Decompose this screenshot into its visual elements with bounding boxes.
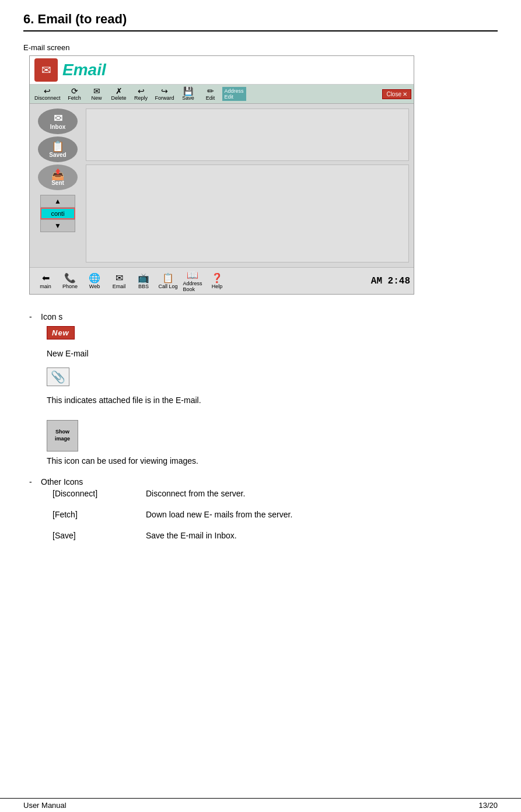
scroll-down-button[interactable]: ▼ — [40, 219, 75, 232]
address-edit-label: AddressEdit — [225, 88, 244, 100]
address-edit-button[interactable]: AddressEdit — [222, 87, 246, 101]
email-toolbar: ↩ Disconnect ⟳ Fetch ✉ New ✗ Delete ↩ Re… — [30, 85, 414, 104]
sent-icon: 📤 — [51, 169, 64, 180]
footer-right: 13/20 — [478, 801, 498, 810]
disconnect-label: Disconnect — [34, 95, 61, 101]
sent-label: Sent — [51, 180, 64, 186]
footer-left: User Manual — [23, 801, 67, 810]
conti-label[interactable]: conti — [40, 208, 75, 219]
nav-help[interactable]: ❓ Help — [205, 272, 229, 289]
inbox-button[interactable]: ✉ Inbox — [38, 108, 78, 134]
reply-label: Reply — [134, 95, 148, 101]
content-section: - Icon s New New E-mail 📎 This indicates… — [23, 312, 498, 540]
new-email-icon: New — [47, 326, 75, 340]
scroll-up-button[interactable]: ▲ — [40, 195, 75, 208]
save-desc: Save the E-mail in Inbox. — [146, 531, 237, 540]
close-label: Close — [386, 91, 401, 97]
other-icons-section: - Other Icons — [29, 477, 498, 487]
email-sidebar: ✉ Inbox 📋 Saved 📤 Sent ▲ conti ▼ — [34, 108, 81, 262]
email-screen-label: E-mail screen — [23, 43, 498, 52]
show-image-text1: Show — [55, 429, 69, 436]
new-email-icon-block: New — [47, 326, 498, 340]
web-icon: 🌐 — [89, 272, 100, 284]
reply-icon: ↩ — [138, 87, 145, 95]
scroll-controls: ▲ conti ▼ — [40, 195, 75, 232]
email-nav-icon: ✉ — [116, 272, 123, 284]
new-button[interactable]: ✉ New — [86, 86, 107, 102]
fetch-key: [Fetch] — [53, 510, 146, 519]
nav-phone-label: Phone — [62, 284, 78, 289]
close-button[interactable]: Close ✕ — [382, 89, 411, 99]
page-footer: User Manual 13/20 — [0, 798, 521, 812]
disconnect-button[interactable]: ↩ Disconnect — [32, 86, 63, 102]
inbox-label: Inbox — [50, 124, 66, 130]
show-image-text2: image — [55, 436, 70, 443]
attach-icon: 📎 — [47, 368, 69, 386]
other-icons-label: Other Icons — [41, 477, 83, 487]
icon-section-header: - Icon s — [29, 312, 498, 321]
reply-button[interactable]: ↩ Reply — [131, 86, 152, 102]
nav-phone[interactable]: 📞 Phone — [58, 272, 82, 289]
save-button[interactable]: 💾 Save — [178, 86, 199, 102]
new-email-description: New E-mail — [47, 349, 498, 358]
nav-main[interactable]: ⬅ main — [33, 272, 58, 289]
attach-description: This indicates attached file is in the E… — [47, 396, 498, 405]
calllog-icon: 📋 — [162, 272, 174, 284]
email-time: AM 2:48 — [371, 276, 410, 286]
attach-icon-block: 📎 — [47, 368, 498, 386]
show-image-description: This icon can be used for viewing images… — [47, 456, 498, 466]
fetch-button[interactable]: ⟳ Fetch — [64, 86, 85, 102]
sent-button[interactable]: 📤 Sent — [38, 164, 78, 190]
nav-calllog[interactable]: 📋 Call Log — [156, 272, 180, 289]
email-logo-bar: ✉ Email — [30, 56, 414, 85]
disconnect-key: [Disconnect] — [53, 489, 146, 498]
other-icons-header: - Other Icons — [29, 477, 498, 487]
new-icon: ✉ — [93, 87, 100, 95]
bbs-icon: 📺 — [138, 272, 149, 284]
saved-button[interactable]: 📋 Saved — [38, 136, 78, 162]
page-title: 6. Email (to read) — [23, 12, 498, 27]
fetch-icon: ⟳ — [71, 87, 78, 95]
nav-help-label: Help — [212, 284, 223, 289]
nav-calllog-label: Call Log — [158, 284, 177, 289]
show-image-icon: Show image — [47, 420, 78, 452]
delete-button[interactable]: ✗ Delete — [109, 86, 130, 102]
saved-icon: 📋 — [51, 141, 64, 152]
nav-email-label: Email — [113, 284, 126, 289]
email-preview-bottom — [86, 164, 409, 262]
saved-label: Saved — [49, 152, 66, 158]
email-content — [86, 108, 409, 262]
delete-icon: ✗ — [116, 87, 123, 95]
icons-section-label: Icon s — [41, 312, 62, 321]
email-nav: ⬅ main 📞 Phone 🌐 Web ✉ Email 📺 BBS 📋 C — [30, 267, 414, 294]
forward-label: Forward — [155, 95, 174, 101]
nav-main-label: main — [40, 284, 51, 289]
save-label: Save — [182, 95, 194, 101]
save-entry: [Save] Save the E-mail in Inbox. — [29, 531, 498, 540]
nav-addressbook-label: AddressBook — [183, 281, 202, 292]
save-key: [Save] — [53, 531, 146, 540]
edit-label: Edit — [206, 95, 215, 101]
email-screenshot: ✉ Email ↩ Disconnect ⟳ Fetch ✉ New ✗ Del… — [29, 55, 414, 295]
email-logo-icon: ✉ — [34, 58, 58, 82]
forward-icon: ↪ — [161, 87, 168, 95]
nav-email[interactable]: ✉ Email — [107, 272, 131, 289]
nav-bbs[interactable]: 📺 BBS — [131, 272, 156, 289]
fetch-label: Fetch — [68, 95, 81, 101]
forward-button[interactable]: ↪ Forward — [153, 86, 177, 102]
save-icon: 💾 — [183, 87, 193, 95]
email-preview-top — [86, 108, 409, 161]
nav-web-label: Web — [89, 284, 100, 289]
delete-label: Delete — [111, 95, 127, 101]
addressbook-icon: 📖 — [187, 270, 198, 281]
nav-bbs-label: BBS — [138, 284, 149, 289]
new-label: New — [92, 95, 102, 101]
email-logo: Email — [62, 61, 106, 79]
nav-web[interactable]: 🌐 Web — [82, 272, 107, 289]
help-icon: ❓ — [211, 272, 223, 284]
edit-button[interactable]: ✏ Edit — [200, 86, 221, 102]
nav-addressbook[interactable]: 📖 AddressBook — [180, 270, 205, 292]
main-icon: ⬅ — [42, 272, 50, 284]
edit-icon: ✏ — [207, 87, 214, 95]
disconnect-desc: Disconnect from the server. — [146, 489, 245, 498]
